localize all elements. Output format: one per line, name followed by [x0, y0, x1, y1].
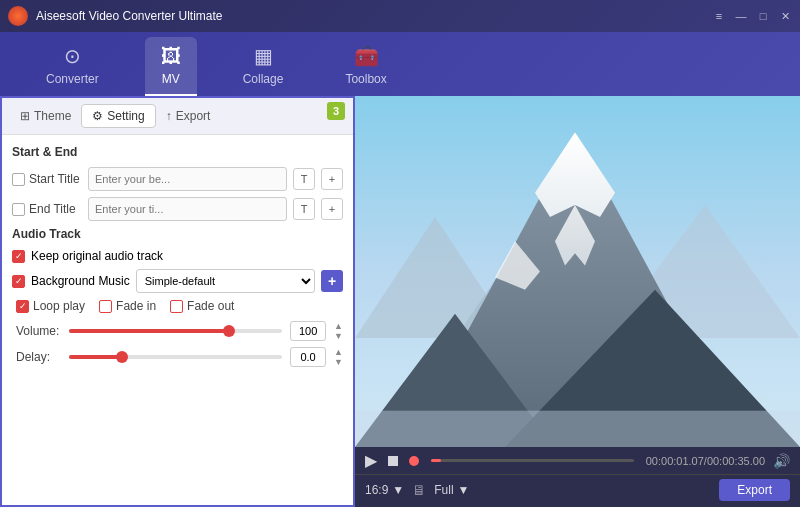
preview-image	[355, 96, 800, 447]
screen-icon: 🖥	[412, 482, 426, 498]
background-music-label: Background Music	[31, 274, 130, 288]
left-panel: ⊞ Theme ⚙ Setting ↑ Export 3 Start & End	[0, 96, 355, 507]
start-title-checkbox[interactable]	[12, 173, 25, 186]
close-button[interactable]: ✕	[778, 9, 792, 23]
fade-out-label: Fade out	[187, 299, 234, 313]
fade-out-checkbox[interactable]	[170, 300, 183, 313]
end-title-row: End Title T +	[12, 197, 343, 221]
full-label: Full	[434, 483, 453, 497]
panel-content: Start & End Start Title T + End Title	[2, 135, 353, 505]
converter-icon: ⊙	[64, 44, 81, 68]
collage-icon: ▦	[254, 44, 273, 68]
export-tab-icon: ↑	[166, 109, 172, 123]
fade-in-checkbox[interactable]	[99, 300, 112, 313]
titlebar: Aiseesoft Video Converter Ultimate ≡ — □…	[0, 0, 800, 32]
keep-original-row: ✓ Keep original audio track	[12, 249, 343, 263]
ratio-value: 16:9	[365, 483, 388, 497]
delay-value: 0.0	[290, 347, 326, 367]
tab-mv[interactable]: 🖼 MV	[145, 37, 197, 96]
start-title-input[interactable]	[88, 167, 287, 191]
volume-value: 100	[290, 321, 326, 341]
sub-tabs: ⊞ Theme ⚙ Setting ↑ Export 3	[2, 98, 353, 135]
app-logo	[8, 6, 28, 26]
start-end-title: Start & End	[12, 145, 343, 159]
keep-original-checkbox[interactable]: ✓	[12, 250, 25, 263]
time-display: 00:00:01.07/00:00:35.00	[646, 455, 765, 467]
progress-filled	[431, 459, 441, 462]
progress-bar[interactable]	[431, 459, 634, 462]
delay-label: Delay:	[16, 350, 61, 364]
audio-track-section: Audio Track ✓ Keep original audio track …	[12, 227, 343, 367]
add-music-button[interactable]: +	[321, 270, 343, 292]
loop-play-option: ✓ Loop play	[16, 299, 85, 313]
progress-dot	[409, 456, 419, 466]
volume-label: Volume:	[16, 324, 61, 338]
ratio-arrow: ▼	[392, 483, 404, 497]
tab-theme[interactable]: ⊞ Theme	[10, 105, 81, 127]
badge-count: 3	[327, 102, 345, 120]
preview-area	[355, 96, 800, 447]
converter-label: Converter	[46, 72, 99, 86]
player-controls: ▶ ⏹ 00:00:01.07/00:00:35.00 🔊	[355, 447, 800, 474]
export-button[interactable]: Export	[719, 479, 790, 501]
delay-fill	[69, 355, 122, 359]
start-title-plus-btn[interactable]: +	[321, 168, 343, 190]
delay-spinner[interactable]: ▲ ▼	[334, 347, 343, 367]
main-content: ⊞ Theme ⚙ Setting ↑ Export 3 Start & End	[0, 96, 800, 507]
volume-fill	[69, 329, 229, 333]
volume-icon[interactable]: 🔊	[773, 453, 790, 469]
minimize-button[interactable]: —	[734, 9, 748, 23]
start-title-label: Start Title	[12, 172, 82, 186]
full-arrow: ▼	[458, 483, 470, 497]
end-title-input[interactable]	[88, 197, 287, 221]
stop-button[interactable]: ⏹	[385, 452, 401, 470]
background-music-checkbox[interactable]: ✓	[12, 275, 25, 288]
audio-track-title: Audio Track	[12, 227, 343, 241]
loop-play-label: Loop play	[33, 299, 85, 313]
toolbox-icon: 🧰	[354, 44, 379, 68]
mv-label: MV	[162, 72, 180, 86]
end-title-checkbox[interactable]	[12, 203, 25, 216]
volume-row: Volume: 100 ▲ ▼	[12, 321, 343, 341]
full-button[interactable]: Full ▼	[434, 483, 469, 497]
tab-setting[interactable]: ⚙ Setting	[81, 104, 155, 128]
maximize-button[interactable]: □	[756, 9, 770, 23]
app-title: Aiseesoft Video Converter Ultimate	[36, 9, 712, 23]
delay-row: Delay: 0.0 ▲ ▼	[12, 347, 343, 367]
keep-original-label: Keep original audio track	[31, 249, 163, 263]
export-tab-label: Export	[176, 109, 211, 123]
tab-export[interactable]: ↑ Export	[156, 105, 221, 127]
end-title-plus-btn[interactable]: +	[321, 198, 343, 220]
end-title-T-btn[interactable]: T	[293, 198, 315, 220]
tab-converter[interactable]: ⊙ Converter	[30, 36, 115, 96]
mountain-svg	[355, 96, 800, 447]
setting-label: Setting	[107, 109, 144, 123]
start-title-T-btn[interactable]: T	[293, 168, 315, 190]
menu-icon[interactable]: ≡	[712, 9, 726, 23]
fade-in-label: Fade in	[116, 299, 156, 313]
window-controls: ≡ — □ ✕	[712, 9, 792, 23]
theme-icon: ⊞	[20, 109, 30, 123]
nav-bar: ⊙ Converter 🖼 MV ▦ Collage 🧰 Toolbox	[0, 32, 800, 96]
svg-rect-10	[355, 411, 800, 447]
ratio-select[interactable]: 16:9 ▼	[365, 483, 404, 497]
tab-toolbox[interactable]: 🧰 Toolbox	[329, 36, 402, 96]
toolbox-label: Toolbox	[345, 72, 386, 86]
player-bottom: 16:9 ▼ 🖥 Full ▼ Export	[355, 474, 800, 507]
background-music-row: ✓ Background Music Simple-default +	[12, 269, 343, 293]
tab-collage[interactable]: ▦ Collage	[227, 36, 300, 96]
end-title-label: End Title	[12, 202, 82, 216]
theme-label: Theme	[34, 109, 71, 123]
audio-options-row: ✓ Loop play Fade in Fade out	[12, 299, 343, 313]
play-button[interactable]: ▶	[365, 451, 377, 470]
volume-thumb[interactable]	[223, 325, 235, 337]
delay-slider[interactable]	[69, 355, 282, 359]
right-panel: ▶ ⏹ 00:00:01.07/00:00:35.00 🔊 16:9 ▼ 🖥 F…	[355, 96, 800, 507]
volume-slider[interactable]	[69, 329, 282, 333]
volume-spinner[interactable]: ▲ ▼	[334, 321, 343, 341]
setting-icon: ⚙	[92, 109, 103, 123]
loop-play-checkbox[interactable]: ✓	[16, 300, 29, 313]
music-select[interactable]: Simple-default	[136, 269, 315, 293]
fade-out-option: Fade out	[170, 299, 234, 313]
delay-thumb[interactable]	[116, 351, 128, 363]
